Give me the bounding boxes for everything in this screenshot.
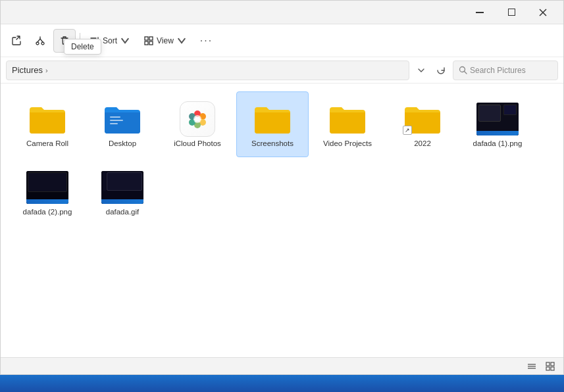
file-grid: Camera Roll Desktop bbox=[11, 91, 553, 226]
icloud-icon bbox=[176, 102, 218, 136]
svg-rect-25 bbox=[546, 362, 550, 366]
share-button[interactable] bbox=[6, 29, 27, 53]
delete-tooltip: Delete bbox=[64, 39, 101, 55]
title-bar bbox=[1, 1, 563, 24]
search-placeholder: Search Pictures bbox=[470, 66, 526, 75]
list-item[interactable]: Desktop bbox=[86, 91, 159, 157]
toolbar: Delete bbox=[1, 24, 563, 57]
svg-rect-26 bbox=[551, 362, 554, 366]
view-chevron-icon bbox=[176, 36, 187, 46]
list-item[interactable]: Screenshots bbox=[236, 91, 309, 157]
list-view-button[interactable] bbox=[524, 359, 540, 374]
folder-icon bbox=[326, 102, 369, 136]
share-icon bbox=[11, 36, 22, 46]
address-actions bbox=[412, 61, 450, 80]
refresh-icon bbox=[436, 66, 446, 75]
view-label: View bbox=[157, 36, 174, 45]
list-item[interactable]: Video Projects bbox=[311, 91, 384, 157]
file-name: Desktop bbox=[109, 139, 136, 149]
image-icon bbox=[26, 170, 68, 205]
file-name: iCloud Photos bbox=[174, 139, 221, 149]
search-box[interactable]: Search Pictures bbox=[453, 61, 558, 80]
svg-rect-12 bbox=[110, 116, 120, 118]
desktop-folder-icon bbox=[103, 103, 141, 135]
list-item[interactable]: dafada.gif bbox=[86, 160, 159, 226]
file-name: dafada (1).png bbox=[473, 139, 523, 149]
cut-icon bbox=[35, 36, 45, 46]
svg-rect-14 bbox=[110, 123, 118, 124]
file-name: dafada (2).png bbox=[23, 207, 72, 217]
video-projects-folder-icon bbox=[328, 103, 367, 135]
search-icon bbox=[459, 66, 467, 74]
content-area: Camera Roll Desktop bbox=[1, 84, 563, 357]
folder-icon bbox=[251, 102, 294, 136]
image-thumbnail bbox=[26, 171, 68, 204]
camera-roll-folder-icon bbox=[28, 103, 66, 135]
sort-label: Sort bbox=[103, 36, 117, 45]
view-button[interactable]: View bbox=[138, 29, 192, 53]
title-bar-controls bbox=[465, 2, 558, 23]
file-name: Video Projects bbox=[323, 139, 372, 149]
grid-view-icon bbox=[545, 361, 555, 372]
shortcut-arrow-icon: ↗ bbox=[403, 126, 412, 135]
refresh-button[interactable] bbox=[432, 61, 450, 80]
close-button[interactable] bbox=[528, 2, 558, 23]
svg-rect-28 bbox=[551, 367, 554, 370]
address-bar: Pictures › Search Pictures bbox=[1, 57, 563, 84]
svg-rect-0 bbox=[476, 12, 484, 13]
file-name: Camera Roll bbox=[26, 139, 68, 149]
image-icon bbox=[476, 102, 519, 136]
more-label: ··· bbox=[200, 35, 213, 47]
svg-rect-8 bbox=[145, 41, 148, 45]
list-item[interactable]: ↗ 2022 bbox=[386, 91, 459, 157]
view-icon bbox=[143, 36, 154, 46]
svg-rect-13 bbox=[110, 120, 123, 121]
status-bar bbox=[1, 357, 563, 374]
dropdown-icon bbox=[417, 66, 425, 74]
list-item[interactable]: dafada (1).png bbox=[461, 91, 534, 157]
maximize-button[interactable] bbox=[496, 2, 526, 23]
taskbar bbox=[0, 375, 564, 392]
list-item[interactable]: dafada (2).png bbox=[11, 160, 84, 226]
folder-icon: ↗ bbox=[401, 102, 444, 136]
file-name: Screenshots bbox=[251, 139, 294, 149]
grid-view-button[interactable] bbox=[542, 359, 558, 374]
cut-button[interactable] bbox=[30, 29, 51, 53]
breadcrumb-chevron: › bbox=[45, 66, 48, 74]
folder-icon bbox=[101, 102, 143, 136]
svg-rect-27 bbox=[546, 367, 550, 370]
image-thumbnail bbox=[476, 103, 519, 135]
list-item[interactable]: iCloud Photos bbox=[161, 91, 234, 157]
explorer-window: Delete bbox=[0, 0, 564, 375]
svg-line-11 bbox=[465, 72, 467, 74]
breadcrumb[interactable]: Pictures › bbox=[6, 61, 409, 80]
image-thumbnail bbox=[101, 171, 143, 204]
sort-chevron-icon bbox=[120, 36, 130, 46]
more-button[interactable]: ··· bbox=[195, 29, 218, 53]
svg-rect-1 bbox=[508, 9, 515, 16]
svg-rect-6 bbox=[145, 37, 148, 40]
image-icon bbox=[101, 170, 143, 205]
list-view-icon bbox=[526, 361, 537, 372]
svg-rect-9 bbox=[149, 41, 153, 45]
breadcrumb-text: Pictures bbox=[12, 65, 43, 75]
svg-point-21 bbox=[193, 115, 201, 123]
folder-icon bbox=[26, 102, 68, 136]
dropdown-button[interactable] bbox=[412, 61, 430, 80]
file-name: 2022 bbox=[414, 139, 431, 149]
icloud-photos-svg bbox=[184, 106, 211, 132]
screenshots-folder-icon bbox=[253, 103, 292, 135]
svg-rect-7 bbox=[149, 37, 153, 40]
file-name: dafada.gif bbox=[106, 207, 140, 217]
minimize-button[interactable] bbox=[465, 2, 495, 23]
list-item[interactable]: Camera Roll bbox=[11, 91, 84, 157]
